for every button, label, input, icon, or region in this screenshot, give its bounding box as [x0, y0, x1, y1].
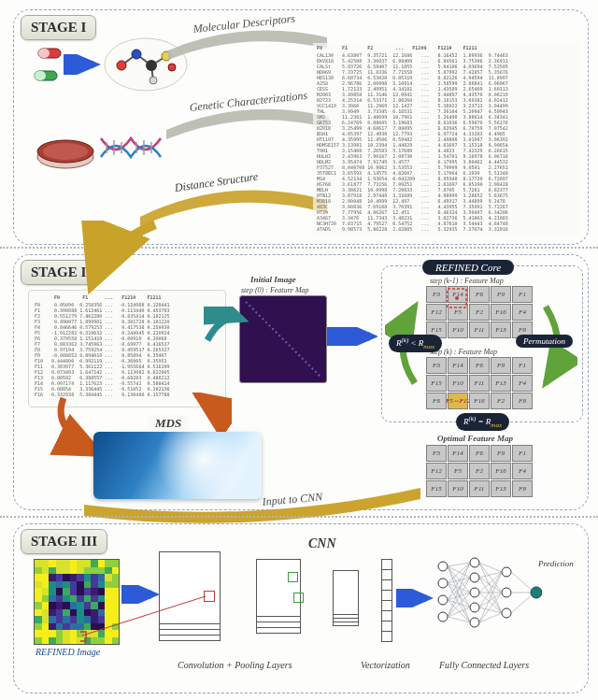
conv-stack-3 [333, 568, 379, 636]
svg-line-64 [448, 617, 470, 622]
distance-matrix-panel: F0 F1 ... F1210 F1211 F0 0.05090 0.25835… [28, 290, 226, 407]
initial-image-title: Initial Image [250, 275, 296, 284]
pill-green-icon [34, 67, 60, 84]
dist-body: F0 0.05090 0.258356 ... -0.124988 0.1284… [35, 302, 170, 397]
optimal-grid: F3F14F6F9F1F12F5F2F16F4F15F10F11F13F8 [426, 445, 533, 497]
vectorization-stack [381, 559, 392, 641]
svg-point-43 [502, 588, 511, 597]
mds-label: MDS [148, 415, 189, 432]
cond-a-badge: R(k) < Rmax [389, 335, 442, 352]
gold-arrow-down-icon [80, 221, 174, 295]
matrix-panel: F0 F1 F2 ... F1209 F1210 F1211 CAL130 4.… [313, 43, 580, 237]
svg-point-35 [438, 595, 448, 605]
svg-point-39 [470, 588, 479, 597]
svg-point-14 [150, 77, 157, 84]
stage1-label: STAGE I [21, 15, 96, 40]
svg-point-44 [502, 608, 511, 618]
svg-line-52 [448, 583, 470, 593]
svg-point-42 [502, 567, 511, 577]
svg-point-34 [438, 579, 448, 588]
stage3-label: STAGE III [21, 529, 107, 554]
svg-point-36 [438, 612, 448, 621]
fc-network-icon [434, 553, 542, 639]
svg-point-18 [43, 143, 88, 160]
prediction-label: Prediction [538, 559, 574, 568]
svg-point-38 [470, 573, 479, 582]
svg-line-80 [511, 572, 534, 593]
initial-image [239, 295, 327, 383]
svg-point-37 [470, 558, 479, 567]
svg-point-11 [132, 50, 141, 59]
separator2 [0, 516, 598, 518]
blue-arrow-2-icon [396, 589, 434, 607]
permutation-badge: Permutation [516, 335, 573, 348]
svg-rect-3 [35, 71, 46, 80]
opt-title: Optimal Feature Map [437, 434, 513, 443]
teal-arrow-icon [204, 307, 249, 350]
svg-rect-31 [80, 632, 86, 641]
svg-point-83 [531, 587, 542, 598]
cnn-title: CNN [308, 536, 336, 551]
fc-label: Fully Connected Layers [439, 660, 529, 670]
pill-red-icon [37, 45, 64, 62]
svg-point-15 [168, 64, 176, 71]
svg-point-33 [438, 562, 448, 571]
matrix-header: F0 F1 F2 ... F1209 F1210 F1211 [317, 45, 477, 50]
conv-label: Convolution + Pooling Layers [178, 660, 292, 670]
blue-arrow-to-core-icon [327, 327, 377, 346]
svg-point-10 [117, 61, 126, 70]
refined-core-title: REFINED Core [422, 260, 514, 275]
svg-rect-1 [38, 49, 50, 58]
conv-stack-2 [256, 559, 329, 639]
arrow-pill-to-molecule-icon [64, 54, 101, 75]
svg-line-30 [82, 596, 206, 636]
petri-dish-icon [36, 133, 95, 170]
matrix-body: CAL130 4.63807 9.35721 12.1686 ... 8.164… [317, 52, 508, 232]
svg-point-41 [470, 618, 479, 627]
vec-label: Vectorization [361, 660, 410, 670]
svg-line-25 [246, 302, 320, 377]
svg-point-40 [470, 603, 479, 612]
svg-line-82 [511, 593, 534, 613]
cond-b-badge: R(k) = Rmax [456, 413, 509, 431]
receptive-line-icon [80, 594, 221, 650]
initial-image-sub: step (0) : Feature Map [241, 286, 309, 294]
svg-point-12 [146, 60, 157, 71]
dna-icon [99, 135, 164, 163]
